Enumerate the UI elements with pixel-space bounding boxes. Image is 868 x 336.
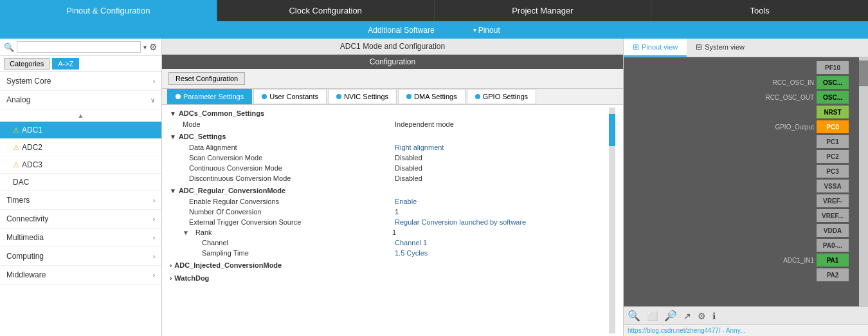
pin-box-pa1[interactable]: PA1	[817, 254, 849, 266]
pin-box-pc0[interactable]: PC0	[817, 120, 849, 133]
tab-system-view[interactable]: ⊟ System view	[687, 39, 754, 57]
pin-row-pa0: PA0-...	[765, 238, 849, 252]
sidebar-item-connectivity[interactable]: Connectivity ›	[0, 210, 161, 229]
sidebar-tabs: Categories A->Z	[0, 56, 161, 72]
config-row-continuous-conversion: Continuous Conversion Mode Disabled	[170, 163, 606, 173]
nav-additional-software[interactable]: Additional Software	[368, 26, 434, 35]
sidebar-items: System Core › Analog ∨ ▲ ⚠ ADC1 ⚠ ADC2	[0, 72, 161, 336]
pin-box-vref-minus[interactable]: VREF-	[817, 194, 849, 207]
pin-box-vref-plus[interactable]: VREF...	[817, 209, 849, 222]
sidebar-item-multimedia[interactable]: Multimedia ›	[0, 229, 161, 247]
fit-screen-button[interactable]: ⬜	[647, 311, 658, 321]
section-header-watchdog[interactable]: › WatchDog	[170, 272, 606, 284]
pinout-view-icon: ⊞	[633, 42, 639, 51]
pin-box-pc2[interactable]: PC2	[817, 150, 849, 163]
right-panel: ⊞ Pinout view ⊟ System view PF10	[624, 39, 868, 336]
row-label-mode: Mode	[170, 120, 395, 128]
sidebar-item-adc1[interactable]: ⚠ ADC1	[0, 122, 161, 139]
sidebar-item-middleware[interactable]: Middleware ›	[0, 266, 161, 285]
sidebar-item-system-core[interactable]: System Core ›	[0, 72, 161, 91]
second-nav: Additional Software ▾ Pinout	[0, 21, 868, 39]
config-row-discontinuous: Discontinuous Conversion Mode Disabled	[170, 173, 606, 183]
top-nav: Pinout & Configuration Clock Configurati…	[0, 0, 868, 21]
right-scrollbar[interactable]	[859, 57, 868, 306]
tab-parameter-settings[interactable]: Parameter Settings	[167, 89, 252, 104]
zoom-out-button[interactable]: 🔎	[664, 310, 677, 322]
nav-pinout[interactable]: Pinout & Configuration	[0, 0, 217, 21]
pin-box-osc-out[interactable]: OSC...	[817, 91, 849, 104]
nav-project[interactable]: Project Manager	[435, 0, 652, 21]
pin-box-pa0[interactable]: PA0-...	[817, 239, 849, 252]
search-input[interactable]	[17, 41, 141, 53]
nav-pinout-secondary[interactable]: ▾ Pinout	[473, 26, 500, 35]
config-row-sampling-time: Sampling Time 1.5 Cycles	[170, 248, 606, 258]
tab-categories[interactable]: Categories	[4, 58, 50, 70]
dot-param	[176, 94, 181, 99]
section-header-adcs-common[interactable]: ▼ ADCs_Common_Settings	[170, 107, 606, 119]
pin-box-nrst[interactable]: NRST	[817, 106, 849, 118]
tab-user-constants[interactable]: User Constants	[253, 89, 327, 104]
tab-pinout-view[interactable]: ⊞ Pinout view	[624, 39, 687, 57]
section-header-adc-injected[interactable]: › ADC_Injected_ConversionMode	[170, 259, 606, 271]
section-watchdog: › WatchDog	[170, 272, 606, 284]
section-adc-injected: › ADC_Injected_ConversionMode	[170, 259, 606, 271]
tab-dma-settings[interactable]: DMA Settings	[398, 89, 466, 104]
section-arrow-down-icon: ▼	[170, 110, 176, 117]
pin-box-pf10[interactable]: PF10	[817, 61, 849, 74]
config-row-scan-conversion: Scan Conversion Mode Disabled	[170, 153, 606, 163]
dot-user	[262, 94, 267, 99]
pin-label-pa1: ADC1_IN1	[783, 257, 814, 264]
sidebar-item-computing[interactable]: Computing ›	[0, 247, 161, 266]
pin-box-vdda[interactable]: VDDA	[817, 224, 849, 237]
sidebar-item-timers[interactable]: Timers ›	[0, 191, 161, 210]
scroll-thumb[interactable]	[609, 114, 615, 146]
gear-icon[interactable]: ⚙	[149, 42, 158, 52]
pin-row-pa1: ADC1_IN1 PA1	[765, 253, 849, 267]
main-layout: 🔍 ▾ ⚙ Categories A->Z System Core › Anal…	[0, 39, 868, 336]
tab-gpio-settings[interactable]: GPIO Settings	[467, 89, 536, 104]
pin-box-pc1[interactable]: PC1	[817, 135, 849, 148]
chevron-right-multimedia-icon: ›	[153, 234, 155, 241]
warning-icon-adc1: ⚠	[13, 126, 19, 135]
sidebar-item-dac[interactable]: DAC	[0, 174, 161, 191]
section-arrow-regular-icon: ▼	[170, 187, 176, 194]
pinout-area: PF10 RCC_OSC_IN OSC... RCC_OSC_OUT OSC..…	[624, 57, 868, 306]
warning-icon-adc2: ⚠	[13, 144, 19, 152]
chevron-right-middleware-icon: ›	[153, 272, 155, 279]
pin-box-vssa[interactable]: VSSA	[817, 180, 849, 192]
middle-scrollbar[interactable]	[609, 107, 615, 333]
section-adcs-common: ▼ ADCs_Common_Settings Mode Independent …	[170, 107, 606, 129]
nav-clock[interactable]: Clock Configuration	[217, 0, 435, 21]
export-button[interactable]: ↗	[683, 311, 691, 321]
nav-tools[interactable]: Tools	[651, 0, 868, 21]
pin-box-pc3[interactable]: PC3	[817, 165, 849, 178]
config-tabs: Parameter Settings User Constants NVIC S…	[162, 89, 623, 105]
pin-row-nrst: NRST	[765, 105, 849, 119]
tab-az[interactable]: A->Z	[52, 58, 79, 70]
reset-configuration-button[interactable]: Reset Configuration	[168, 72, 245, 85]
tab-nvic-settings[interactable]: NVIC Settings	[328, 89, 397, 104]
sidebar-item-adc2[interactable]: ⚠ ADC2	[0, 139, 161, 156]
pin-box-pa2[interactable]: PA2	[817, 268, 849, 281]
section-adc-settings: ▼ ADC_Settings Data Alignment Right alig…	[170, 131, 606, 183]
dot-gpio	[475, 94, 480, 99]
sidebar-item-analog[interactable]: Analog ∨	[0, 91, 161, 109]
pin-row-osc-out: RCC_OSC_OUT OSC...	[765, 90, 849, 104]
dropdown-arrow[interactable]: ▾	[143, 44, 147, 51]
info-button[interactable]: ℹ	[712, 311, 716, 321]
sidebar-item-adc3[interactable]: ⚠ ADC3	[0, 156, 161, 174]
zoom-in-button[interactable]: 🔍	[628, 310, 640, 322]
status-text: https://blog.csdn.net/zheng4477/ - Anny.…	[628, 327, 745, 334]
section-header-adc-regular[interactable]: ▼ ADC_Regular_ConversionMode	[170, 185, 606, 196]
right-scroll-thumb[interactable]	[859, 61, 868, 86]
pin-row-pf10: PF10	[765, 61, 849, 75]
config-row-ext-trigger: External Trigger Conversion Source Regul…	[170, 217, 606, 227]
middle-content: ADC1 Mode and Configuration Configuratio…	[162, 39, 624, 336]
chevron-right-connectivity-icon: ›	[153, 216, 155, 223]
settings-button[interactable]: ⚙	[698, 311, 706, 321]
section-header-adc-settings[interactable]: ▼ ADC_Settings	[170, 131, 606, 142]
rank-arrow-icon: ▼	[170, 229, 189, 236]
pin-row-pa2: PA2	[765, 268, 849, 282]
pin-box-osc-in[interactable]: OSC...	[817, 76, 849, 89]
config-row-channel: Channel Channel 1	[170, 238, 606, 248]
